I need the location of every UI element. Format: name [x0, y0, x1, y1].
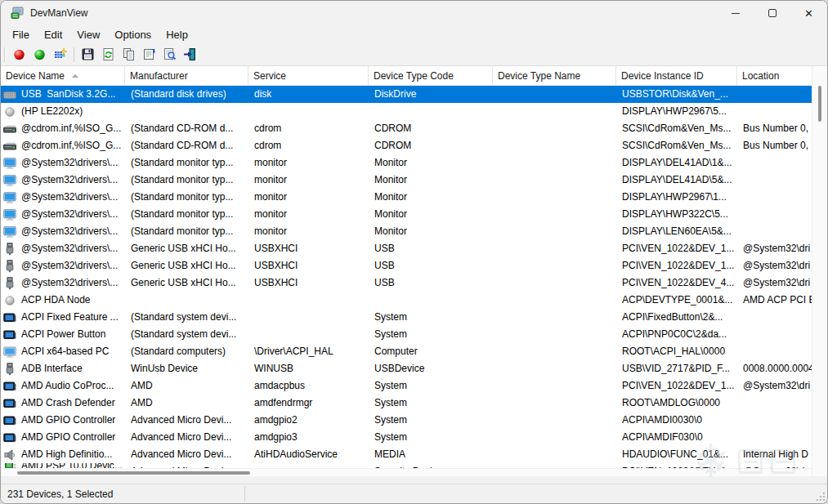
uninstall-device-button[interactable] — [50, 45, 70, 65]
table-row[interactable]: (HP LE2202x)DISPLAY\HWP2967\5... — [1, 103, 812, 120]
table-row[interactable]: @System32\drivers\...(Standard monitor t… — [1, 189, 812, 206]
column-header-device-instance-id[interactable]: Device Instance ID — [616, 66, 737, 85]
properties-button[interactable] — [139, 45, 159, 65]
instance-id: ACPI\FixedButton\2&... — [616, 309, 737, 326]
menu-help[interactable]: Help — [159, 29, 195, 41]
location: AMD ACP PCI B — [737, 292, 812, 309]
table-row[interactable]: AMD GPIO ControllerAdvanced Micro Devi..… — [1, 429, 812, 446]
toolbar-separator — [74, 47, 74, 62]
enable-device-button[interactable] — [29, 45, 50, 65]
service — [248, 103, 369, 120]
type-code: CDROM — [369, 120, 493, 137]
table-row[interactable]: AMD GPIO ControllerAdvanced Micro Devi..… — [1, 412, 812, 429]
location — [737, 189, 812, 206]
save-button[interactable] — [78, 45, 98, 65]
devmanview-window: DevManView ✕ FileEditViewOptionsHelp Dev… — [0, 0, 828, 504]
table-row[interactable]: @cdrom.inf,%ISO_G...(Standard CD-ROM d..… — [1, 120, 812, 137]
horizontal-scrollbar-thumb[interactable] — [17, 471, 250, 475]
monitor-icon — [3, 225, 16, 239]
column-header-device-type-code[interactable]: Device Type Code — [369, 66, 493, 85]
manufacturer: (Standard monitor typ... — [125, 206, 248, 223]
table-row[interactable]: AMD Audio CoProc...AMDamdacpbusSystemPCI… — [1, 377, 812, 395]
device-name: @System32\drivers\... — [21, 257, 118, 274]
menu-view[interactable]: View — [69, 29, 107, 41]
instance-id: DISPLAY\DEL41AD\1&... — [616, 154, 737, 172]
device-name: USB SanDisk 3.2G... — [21, 86, 115, 103]
table-row[interactable]: @cdrom.inf,%ISO_G...(Standard CD-ROM d..… — [1, 137, 812, 154]
resize-grip-icon[interactable] — [817, 493, 825, 501]
type-code: USB — [369, 274, 493, 292]
usb-icon — [3, 363, 16, 376]
device-name: ACPI Fixed Feature ... — [21, 309, 119, 326]
type-code — [369, 103, 493, 120]
exit-button[interactable] — [180, 45, 200, 65]
table-row[interactable]: @System32\drivers\...Generic USB xHCI Ho… — [1, 274, 812, 292]
table-row[interactable]: @System32\drivers\...Generic USB xHCI Ho… — [1, 257, 812, 274]
type-name — [493, 343, 616, 360]
find-button[interactable] — [159, 45, 180, 65]
table-row[interactable]: @System32\drivers\...(Standard monitor t… — [1, 223, 812, 240]
column-header-device-name[interactable]: Device Name — [1, 66, 125, 85]
table-row[interactable]: USB SanDisk 3.2G...(Standard disk drives… — [1, 86, 812, 103]
device-name: @System32\drivers\... — [21, 206, 118, 223]
location — [737, 343, 812, 360]
maximize-button[interactable] — [754, 1, 790, 25]
grid-sparkle-icon — [53, 47, 67, 61]
service: monitor — [248, 206, 369, 223]
service: monitor — [248, 172, 369, 189]
menu-edit[interactable]: Edit — [37, 29, 69, 41]
close-button[interactable]: ✕ — [790, 1, 827, 25]
table-row[interactable]: ACPI Fixed Feature ...(Standard system d… — [1, 309, 812, 326]
type-name — [493, 189, 616, 206]
instance-id: DISPLAY\DEL41AD\5&... — [616, 172, 737, 189]
manufacturer: Advanced Micro Devi... — [125, 429, 248, 446]
column-header-label: Service — [253, 70, 286, 82]
type-code: MEDIA — [369, 446, 493, 463]
copy-button[interactable] — [119, 45, 139, 65]
disable-device-button[interactable] — [9, 45, 29, 65]
service: amdgpio2 — [248, 412, 369, 429]
column-header-device-type-name[interactable]: Device Type Name — [493, 66, 616, 85]
type-code: Monitor — [369, 206, 493, 223]
column-header-service[interactable]: Service — [248, 66, 369, 85]
table-row[interactable]: AMD High Definitio...Advanced Micro Devi… — [1, 446, 812, 463]
device-name: ACP HDA Node — [21, 292, 91, 309]
service: \Driver\ACPI_HAL — [248, 343, 369, 360]
device-name: @System32\drivers\... — [21, 172, 118, 189]
table-row[interactable]: ACP HDA NodeACP\DEVTYPE_0001&...AMD ACP … — [1, 292, 812, 309]
manufacturer: Generic USB xHCI Ho... — [125, 240, 248, 257]
menu-options[interactable]: Options — [107, 29, 159, 41]
speaker-icon — [3, 448, 16, 462]
column-header-manufacturer[interactable]: Manufacturer — [125, 66, 248, 85]
table-row[interactable]: ACPI x64-based PC(Standard computers)\Dr… — [1, 343, 812, 360]
system-device-icon — [3, 311, 16, 324]
table-row[interactable]: AMD Crash DefenderAMDamdfendrmgrSystemRO… — [1, 395, 812, 412]
location — [737, 103, 812, 120]
menu-file[interactable]: File — [5, 29, 37, 41]
manufacturer — [125, 292, 248, 309]
menu-bar: FileEditViewOptionsHelp — [1, 25, 827, 43]
vertical-scrollbar[interactable] — [812, 67, 826, 476]
horizontal-scrollbar[interactable] — [1, 468, 812, 476]
device-name: AMD GPIO Controller — [21, 429, 115, 446]
table-row[interactable]: @System32\drivers\...(Standard monitor t… — [1, 206, 812, 223]
refresh-button[interactable] — [98, 45, 119, 65]
column-headers: Device NameManufacturerServiceDevice Typ… — [1, 66, 827, 86]
device-name: ACPI Power Button — [21, 326, 105, 343]
location — [737, 223, 812, 240]
table-row[interactable]: ACPI Power Button(Standard system devi..… — [1, 326, 812, 343]
monitor-icon — [3, 208, 16, 221]
instance-id: ACPI\AMDI0030\0 — [616, 412, 737, 429]
type-name — [493, 309, 616, 326]
system-device-icon — [3, 431, 16, 444]
type-name — [493, 446, 616, 463]
minimize-button[interactable] — [717, 1, 754, 25]
table-row[interactable]: @System32\drivers\...(Standard monitor t… — [1, 172, 812, 189]
column-header-location[interactable]: Location — [737, 66, 812, 85]
service: amdacpbus — [248, 377, 369, 395]
vertical-scrollbar-thumb[interactable] — [818, 86, 821, 122]
column-header-label: Device Name — [6, 70, 65, 82]
table-row[interactable]: @System32\drivers\...Generic USB xHCI Ho… — [1, 240, 812, 257]
table-row[interactable]: @System32\drivers\...(Standard monitor t… — [1, 154, 812, 172]
table-row[interactable]: ADB InterfaceWinUsb DeviceWINUSBUSBDevic… — [1, 360, 812, 377]
